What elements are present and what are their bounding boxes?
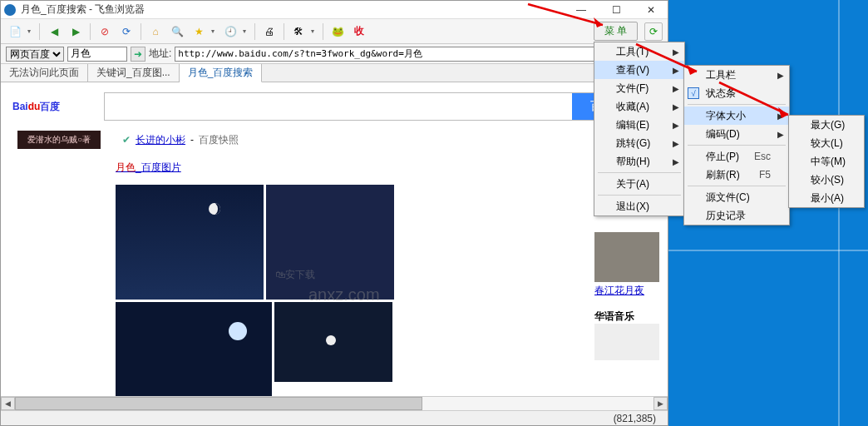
menu-item[interactable]: √状态条	[684, 84, 789, 102]
search-engine-select[interactable]: 网页百度	[6, 47, 64, 62]
main-menu: 工具(T)▶查看(V)▶文件(F)▶收藏(A)▶编辑(E)▶跳转(G)▶帮助(H…	[594, 42, 685, 216]
keyword-input[interactable]	[67, 47, 127, 62]
menu-item[interactable]: 工具(T)▶	[594, 42, 684, 61]
horizontal-scrollbar[interactable]: ◀ ▶	[1, 396, 668, 410]
music-heading: 华语音乐	[594, 310, 659, 324]
menu-item[interactable]: 退出(X)	[594, 197, 684, 215]
menu-item[interactable]: 中等(M)	[789, 152, 864, 171]
search-icon[interactable]: 🔍	[168, 22, 186, 41]
menu-item[interactable]: 编辑(E)▶	[594, 116, 684, 134]
tab-search-active[interactable]: 月色_百度搜索	[180, 64, 263, 82]
tools-icon[interactable]: 🛠	[289, 22, 308, 41]
related-link[interactable]: 春江花月夜	[594, 284, 659, 298]
new-tab-icon[interactable]: 📄	[6, 22, 24, 41]
back-icon[interactable]: ◀	[45, 22, 63, 41]
related-sidebar: 春江花月夜 华语音乐	[594, 232, 659, 362]
app-icon	[4, 4, 16, 16]
image-result[interactable]	[266, 185, 394, 300]
collect-icon[interactable]: 收	[350, 22, 368, 41]
menu-item[interactable]: 查看(V)▶	[594, 61, 684, 79]
font-size-submenu: 最大(G)较大(L)中等(M)较小(S)最小(A)	[788, 115, 865, 208]
baidu-search-input[interactable]	[105, 93, 572, 120]
menu-item[interactable]: 停止(P)Esc	[684, 147, 789, 166]
menu-item[interactable]: 工具栏▶	[684, 66, 789, 84]
image-result[interactable]	[116, 185, 264, 300]
scroll-left-arrow[interactable]: ◀	[1, 397, 15, 410]
page-content: Baidu百度 百度一下 爱潜水的乌贼○著 ✔ 长进的小彬 - 百度快照 月色_…	[1, 82, 668, 415]
menu-item[interactable]: 源文件(C)	[684, 188, 789, 206]
maximize-button[interactable]: ☐	[606, 2, 626, 17]
tab-images[interactable]: 关键词_百度图...	[88, 64, 180, 82]
baidu-logo: Baidu百度	[12, 93, 96, 120]
window-title: 月色_百度搜索 - 飞鱼浏览器	[21, 2, 571, 17]
menu-item[interactable]: 最大(G)	[789, 116, 864, 134]
minimize-button[interactable]: —	[571, 2, 591, 17]
browser-window: 月色_百度搜索 - 飞鱼浏览器 — ☐ ✕ 📄▾ ◀ ▶ ⊘ ⟳ ⌂ 🔍 ★▾ …	[0, 0, 668, 426]
address-label: 地址:	[149, 47, 171, 61]
forward-icon[interactable]: ▶	[67, 22, 85, 41]
statusbar: (821,385)	[1, 410, 668, 425]
reload-button[interactable]: ⟳	[644, 22, 663, 41]
menu-item[interactable]: 跳转(G)▶	[594, 134, 684, 152]
url-input[interactable]	[175, 47, 663, 62]
desktop-decoration	[668, 250, 868, 251]
menu-item[interactable]: 历史记录	[684, 206, 789, 225]
history-icon[interactable]: 🕘	[221, 22, 239, 41]
related-thumb[interactable]	[594, 232, 659, 282]
cursor-coords: (821,385)	[614, 413, 656, 424]
titlebar: 月色_百度搜索 - 飞鱼浏览器 — ☐ ✕	[1, 1, 668, 19]
menu-item[interactable]: 编码(D)▶	[684, 125, 789, 143]
menu-item[interactable]: 文件(F)▶	[594, 79, 684, 97]
tab-strip: 无法访问此页面 关键词_百度图... 月色_百度搜索 ✕ ▾	[1, 64, 668, 82]
baidu-searchbox: 百度一下	[104, 92, 656, 121]
result-thumb: 爱潜水的乌贼○著	[17, 131, 101, 149]
verify-icon: ✔	[122, 134, 131, 146]
menu-item[interactable]: 较大(L)	[789, 134, 864, 152]
mascot-icon[interactable]: 🐸	[328, 22, 347, 41]
home-icon[interactable]: ⌂	[146, 22, 165, 41]
favorites-icon[interactable]: ★	[190, 22, 208, 41]
source-link[interactable]: 长进的小彬	[136, 133, 185, 147]
menu-item[interactable]: 最小(A)	[789, 189, 864, 207]
image-result[interactable]	[274, 302, 392, 382]
desktop-decoration	[838, 0, 840, 426]
menu-item[interactable]: 收藏(A)▶	[594, 97, 684, 116]
menu-button[interactable]: 菜 单	[594, 22, 638, 41]
go-button[interactable]: ➜	[131, 47, 145, 62]
images-section-link[interactable]: 月色_百度图片	[116, 161, 181, 173]
menu-item[interactable]: 较小(S)	[789, 171, 864, 189]
music-thumb[interactable]	[594, 324, 659, 360]
tab-error[interactable]: 无法访问此页面	[1, 64, 88, 82]
refresh-icon[interactable]: ⟳	[117, 22, 136, 41]
image-grid	[1, 180, 450, 415]
addressbar: 网页百度 ➜ 地址:	[1, 44, 668, 64]
menu-item[interactable]: 关于(A)	[594, 175, 684, 193]
close-button[interactable]: ✕	[641, 2, 661, 17]
print-icon[interactable]: 🖨	[260, 22, 279, 41]
view-submenu: 工具栏▶√状态条字体大小▶编码(D)▶停止(P)Esc刷新(R)F5源文件(C)…	[683, 65, 790, 225]
menu-item[interactable]: 刷新(R)F5	[684, 166, 789, 184]
stop-icon[interactable]: ⊘	[96, 22, 114, 41]
menu-item[interactable]: 帮助(H)▶	[594, 152, 684, 171]
toolbar: 📄▾ ◀ ▶ ⊘ ⟳ ⌂ 🔍 ★▾ 🕘▾ 🖨 🛠▾ 🐸 收 菜 单 ⟳	[1, 19, 668, 44]
scroll-thumb[interactable]	[15, 397, 422, 410]
scroll-right-arrow[interactable]: ▶	[653, 397, 668, 410]
cache-link[interactable]: 百度快照	[199, 133, 239, 147]
menu-item[interactable]: 字体大小▶	[684, 106, 789, 125]
